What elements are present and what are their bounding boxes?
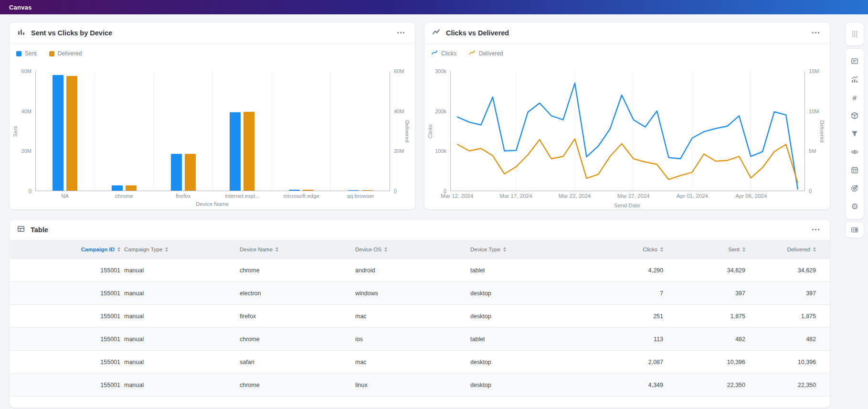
table-cell: 155001: [10, 313, 120, 320]
table-cell: 482: [745, 336, 816, 343]
more-options-button[interactable]: [394, 29, 407, 36]
line-right-axis-title: Delivered: [819, 120, 825, 142]
table-row[interactable]: 155001manualchromeiostablet113482482: [10, 328, 830, 351]
axis-tick-label: 60M: [394, 68, 404, 74]
hash-icon[interactable]: #: [846, 88, 864, 107]
cube-icon[interactable]: [846, 107, 864, 125]
column-header-campaign-id[interactable]: Campaign ID: [10, 247, 120, 252]
bar-delivered[interactable]: [303, 190, 314, 191]
table-cell: 10,396: [663, 359, 745, 366]
sort-down-arrow: [384, 250, 387, 252]
axis-tick-label: 40M: [394, 108, 404, 114]
text-block-icon[interactable]: [846, 52, 864, 70]
sort-up-arrow: [384, 247, 387, 249]
panel-add-icon[interactable]: [846, 223, 864, 237]
axis-tick-label: 200k: [435, 108, 446, 114]
column-header-clicks[interactable]: Clicks: [586, 247, 663, 252]
line-left-axis-title: Clicks: [427, 124, 433, 138]
sort-down-arrow: [813, 250, 816, 252]
legend-item-clicks[interactable]: Clicks: [431, 49, 456, 58]
axis-tick-label: 100k: [435, 148, 446, 154]
bar-sent[interactable]: [348, 190, 359, 191]
line-x-tick-label: Mar 22, 2024: [559, 193, 591, 199]
table-cell: chrome: [236, 267, 351, 274]
table-row[interactable]: 155001manualsafarimacdesktop2,08710,3961…: [10, 351, 830, 374]
legend-item-sent[interactable]: Sent: [16, 50, 37, 57]
bar-sent[interactable]: [289, 190, 300, 191]
table-cell: 22,350: [663, 382, 745, 388]
bar-sent[interactable]: [53, 75, 64, 191]
legend-item-delivered[interactable]: Delivered: [49, 50, 82, 57]
bar-right-axis: Delivered 60M40M20M0: [390, 71, 410, 191]
bar-delivered[interactable]: [66, 76, 77, 191]
column-header-device-os[interactable]: Device OS: [351, 247, 466, 252]
legend-label: Delivered: [58, 50, 82, 57]
table-cell: 155001: [10, 336, 120, 343]
bar-x-axis-title: Device Name: [10, 199, 415, 207]
table-cell: manual: [120, 336, 236, 343]
table-cell: tablet: [466, 336, 586, 343]
toolbar-elements-card: # ⚙: [845, 48, 864, 219]
axis-tick-label: 60M: [21, 68, 32, 74]
table-card: Table Campaign IDCampaign TypeDevice Nam…: [9, 219, 830, 408]
line-left-axis: Clicks 300k200k100k0: [427, 71, 450, 191]
bar-sent[interactable]: [230, 112, 241, 191]
gear-icon[interactable]: ⚙: [846, 197, 864, 215]
line-x-tick-label: Apr 01, 2024: [677, 193, 708, 199]
toolbar-drag-card: [845, 22, 864, 46]
legend-label: Clicks: [441, 50, 456, 57]
bar-delivered[interactable]: [243, 112, 254, 191]
column-header-delivered[interactable]: Delivered: [745, 247, 816, 252]
table-row[interactable]: 155001manualfirefoxmacdesktop2511,8751,8…: [10, 305, 830, 328]
legend-label: Sent: [25, 50, 37, 57]
eye-icon[interactable]: [846, 143, 864, 161]
table-row[interactable]: 155001manualchromelinuxdesktop4,34922,35…: [10, 374, 830, 397]
app-title: Canvas: [9, 4, 32, 11]
bar-chart-icon: [17, 28, 25, 38]
sort-arrows-icon: [503, 247, 506, 252]
sort-down-arrow: [503, 250, 506, 252]
bar-sent[interactable]: [112, 185, 123, 191]
table-cell: 34,629: [663, 267, 745, 274]
table-cell: manual: [120, 313, 236, 320]
column-header-device-type[interactable]: Device Type: [466, 247, 586, 252]
legend-swatch-icon: [16, 51, 21, 56]
table-row[interactable]: 155001manualelectronwindowsdesktop739739…: [10, 282, 830, 305]
line-series-clicks[interactable]: [457, 83, 798, 189]
table-icon: [17, 225, 25, 235]
table-cell: desktop: [466, 359, 586, 366]
bar-sent[interactable]: [171, 154, 182, 191]
table-cell: 397: [745, 290, 816, 297]
sort-up-arrow: [503, 247, 506, 249]
calendar-icon[interactable]: [846, 161, 864, 179]
line-x-tick-label: Apr 06, 2024: [735, 193, 767, 199]
line-series-delivered[interactable]: [457, 139, 798, 183]
table-cell: safari: [236, 359, 351, 366]
more-options-button[interactable]: [809, 226, 822, 233]
bar-x-labels-row: NAchromefirefoxinternet expl...microsoft…: [10, 191, 415, 199]
axis-tick-label: 300k: [435, 68, 446, 74]
column-header-campaign-type[interactable]: Campaign Type: [120, 247, 236, 252]
target-icon[interactable]: [846, 179, 864, 197]
bar-delivered[interactable]: [126, 185, 137, 191]
table-cell: desktop: [466, 313, 586, 320]
drag-handle-icon[interactable]: [846, 25, 864, 43]
element-toolbar: # ⚙: [845, 22, 864, 238]
table-cell: mac: [351, 359, 466, 366]
line-chart-icon: [432, 28, 440, 38]
legend-item-delivered[interactable]: Delivered: [469, 49, 503, 58]
chart-trend-icon[interactable]: [846, 70, 864, 88]
axis-tick-label: 0: [809, 188, 812, 194]
bar-chart-area: Sent 60M40M20M0 Delivered 60M40M20M0: [10, 59, 415, 191]
column-header-device-name[interactable]: Device Name: [236, 247, 351, 252]
table-row[interactable]: 155001manualchromeandroidtablet4,29034,6…: [10, 259, 830, 282]
table-cell: 34,629: [745, 267, 816, 274]
table-cell: 4,349: [586, 382, 663, 388]
bar-delivered[interactable]: [362, 190, 373, 191]
bar-x-label: qq browser: [331, 193, 390, 199]
filter-funnel-icon[interactable]: [846, 125, 864, 143]
more-options-button[interactable]: [809, 29, 822, 36]
bar-delivered[interactable]: [185, 154, 196, 191]
column-header-sent[interactable]: Sent: [663, 247, 745, 252]
table-cell: manual: [120, 290, 236, 297]
